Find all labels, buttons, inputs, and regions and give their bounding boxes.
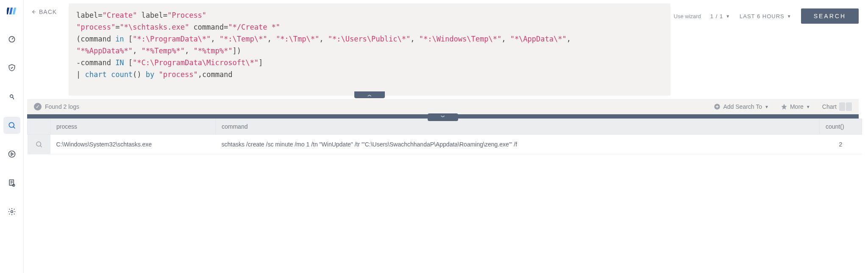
svg-point-5 — [9, 122, 14, 127]
results-table: process command count() C:\Windows\Syste… — [24, 119, 862, 154]
chevron-down-icon: ▼ — [787, 14, 792, 19]
cell-process: C:\Windows\System32\schtasks.exe — [50, 135, 216, 154]
cell-command: schtasks /create /sc minute /mo 1 /tn "W… — [216, 135, 820, 154]
results-count-label: Found 2 logs — [45, 103, 79, 110]
chevron-down-icon: ︾ — [441, 114, 445, 120]
search-button[interactable]: SEARCH — [801, 8, 859, 24]
use-wizard-link[interactable]: Use wizard — [674, 13, 701, 19]
back-button[interactable]: BACK — [27, 3, 65, 15]
cell-count: 2 — [820, 135, 862, 154]
collapse-query-handle[interactable]: ︽ — [354, 91, 385, 98]
svg-rect-2 — [12, 8, 16, 14]
svg-point-11 — [36, 142, 41, 146]
expand-results-handle[interactable]: ︾ — [428, 113, 458, 121]
svg-rect-1 — [9, 8, 12, 14]
chevron-down-icon: ▼ — [726, 14, 730, 19]
nav-settings-icon[interactable] — [3, 203, 20, 220]
add-search-to-button[interactable]: Add Search To ▼ — [714, 103, 769, 110]
sidebar — [0, 0, 24, 273]
more-button[interactable]: More ▼ — [781, 103, 810, 110]
chevron-down-icon: ▼ — [806, 105, 810, 109]
chevron-down-icon: ▼ — [765, 105, 769, 109]
main-content: BACK label="Create" label="Process" "pro… — [24, 0, 862, 273]
svg-point-9 — [11, 211, 13, 213]
nav-play-icon[interactable] — [3, 146, 20, 163]
nav-report-icon[interactable] — [3, 174, 20, 191]
split-divider[interactable]: ︾ — [27, 114, 859, 119]
nav-search-icon[interactable] — [3, 117, 20, 134]
query-editor[interactable]: label="Create" label="Process" "process"… — [69, 3, 670, 96]
check-circle-icon: ✓ — [34, 103, 42, 110]
page-indicator[interactable]: 1 / 1 ▼ — [710, 13, 730, 19]
back-label: BACK — [39, 8, 57, 15]
table-header-row: process command count() — [28, 119, 862, 135]
table-row[interactable]: C:\Windows\System32\schtasks.exe schtask… — [28, 135, 862, 154]
chevron-up-icon: ︽ — [367, 91, 372, 99]
svg-point-6 — [8, 151, 15, 157]
svg-point-4 — [10, 95, 13, 98]
layout-toggle-icon — [839, 102, 852, 111]
row-search-icon[interactable] — [33, 141, 45, 148]
time-range-dropdown[interactable]: LAST 6 HOURS ▼ — [740, 13, 792, 19]
table-header-blank — [28, 119, 50, 135]
table-header-process[interactable]: process — [50, 119, 216, 135]
svg-rect-0 — [7, 8, 9, 14]
nav-dashboard-icon[interactable] — [3, 30, 20, 47]
app-logo — [7, 6, 17, 16]
chart-toggle[interactable]: Chart — [822, 102, 852, 111]
table-header-count[interactable]: count() — [820, 119, 862, 135]
right-rail — [862, 0, 868, 273]
nav-shield-icon[interactable] — [3, 59, 20, 76]
table-header-command[interactable]: command — [216, 119, 820, 135]
results-toolbar: ✓ Found 2 logs Add Search To ▼ More ▼ Ch… — [27, 99, 859, 114]
nav-explore-icon[interactable] — [3, 88, 20, 105]
